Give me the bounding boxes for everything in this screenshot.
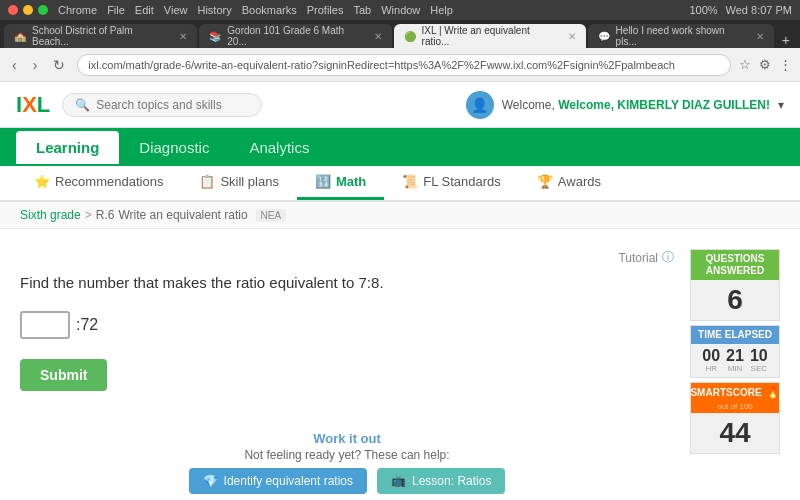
- menu-chrome[interactable]: Chrome: [58, 4, 97, 16]
- nav-tab-diagnostic[interactable]: Diagnostic: [119, 131, 229, 164]
- sub-tab-label-math: Math: [336, 174, 366, 189]
- tutorial-label: Tutorial: [618, 251, 658, 265]
- questions-answered-value: 6: [691, 280, 779, 320]
- tab-school[interactable]: 🏫 School District of Palm Beach... ✕: [4, 24, 197, 48]
- menu-history[interactable]: History: [197, 4, 231, 16]
- time-hr-label: HR: [705, 364, 717, 373]
- address-bar: ‹ › ↻ ixl.com/math/grade-6/write-an-equi…: [0, 48, 800, 82]
- help-btn-lesson-ratios[interactable]: 📺 Lesson: Ratios: [377, 468, 505, 494]
- sub-tab-label-awards: Awards: [558, 174, 601, 189]
- submit-button[interactable]: Submit: [20, 359, 107, 391]
- tutorial-row: Tutorial ⓘ: [20, 249, 674, 266]
- maximize-dot[interactable]: [38, 5, 48, 15]
- awards-icon: 🏆: [537, 174, 553, 189]
- smartscore-sub: out of 100: [691, 402, 779, 413]
- smartscore-block: SmartScore 🔥 out of 100 44: [690, 382, 780, 454]
- time-elapsed-block: Time elapsed 00 HR 21 MIN 10 SEC: [690, 325, 780, 378]
- forward-button[interactable]: ›: [29, 55, 42, 75]
- browser-menu: Chrome File Edit View History Bookmarks …: [58, 4, 453, 16]
- problem-question: Find the number that makes the ratio equ…: [20, 274, 674, 291]
- main-content: Tutorial ⓘ Find the number that makes th…: [0, 229, 800, 500]
- help-btn-equivalent-ratios[interactable]: 💎 Identify equivalent ratios: [189, 468, 367, 494]
- time-seconds: 10 SEC: [750, 348, 768, 373]
- bookmark-icon[interactable]: ☆: [739, 57, 751, 72]
- colon-value: :72: [76, 316, 98, 334]
- sub-tab-awards[interactable]: 🏆 Awards: [519, 166, 619, 200]
- menu-profiles[interactable]: Profiles: [307, 4, 344, 16]
- url-text: ixl.com/math/grade-6/write-an-equivalent…: [88, 59, 675, 71]
- sub-nav: ⭐ Recommendations 📋 Skill plans 🔢 Math 📜…: [0, 166, 800, 202]
- flstandards-icon: 📜: [402, 174, 418, 189]
- menu-tab[interactable]: Tab: [353, 4, 371, 16]
- work-it-out-label: Work it out: [20, 431, 674, 446]
- minimize-dot[interactable]: [23, 5, 33, 15]
- diamond-icon: 💎: [203, 474, 218, 488]
- dropdown-arrow[interactable]: ▾: [778, 98, 784, 112]
- time-elapsed-label: Time elapsed: [691, 326, 779, 344]
- url-box[interactable]: ixl.com/math/grade-6/write-an-equivalent…: [77, 54, 731, 76]
- time-sec-value: 10: [750, 348, 768, 364]
- nea-badge: NEA: [256, 209, 287, 222]
- sub-tab-label-recommendations: Recommendations: [55, 174, 163, 189]
- sub-tab-label-skillplans: Skill plans: [220, 174, 279, 189]
- search-icon: 🔍: [75, 98, 90, 112]
- battery-indicator: 100%: [689, 4, 717, 16]
- help-section: Work it out Not feeling ready yet? These…: [20, 431, 674, 494]
- search-box[interactable]: 🔍: [62, 93, 262, 117]
- help-btn2-label: Lesson: Ratios: [412, 474, 491, 488]
- tutorial-info-icon[interactable]: ⓘ: [662, 249, 674, 266]
- reload-button[interactable]: ↻: [49, 55, 69, 75]
- sub-tab-recommendations[interactable]: ⭐ Recommendations: [16, 166, 181, 200]
- breadcrumb-grade[interactable]: Sixth grade: [20, 208, 81, 222]
- recommendations-icon: ⭐: [34, 174, 50, 189]
- nav-tab-learning[interactable]: Learning: [16, 131, 119, 164]
- breadcrumb-skill-name: Write an equivalent ratio: [118, 208, 247, 222]
- time-hr-value: 00: [702, 348, 720, 364]
- close-dot[interactable]: [8, 5, 18, 15]
- time-hours: 00 HR: [702, 348, 720, 373]
- input-row: :72: [20, 311, 674, 339]
- extension-icon[interactable]: ⚙: [759, 57, 771, 72]
- not-ready-text: Not feeling ready yet? These can help:: [20, 448, 674, 462]
- time-sec-label: SEC: [751, 364, 767, 373]
- ixl-header: IXL 🔍 👤 Welcome, Welcome, KIMBERLY DIAZ …: [0, 82, 800, 128]
- tab-gordon[interactable]: 📚 Gordon 101 Grade 6 Math 20... ✕: [199, 24, 391, 48]
- questions-answered-block: Questions answered 6: [690, 249, 780, 321]
- menu-bookmarks[interactable]: Bookmarks: [242, 4, 297, 16]
- main-nav: Learning Diagnostic Analytics: [0, 128, 800, 166]
- answer-input[interactable]: [20, 311, 70, 339]
- back-button[interactable]: ‹: [8, 55, 21, 75]
- skillplans-icon: 📋: [199, 174, 215, 189]
- search-input[interactable]: [96, 98, 236, 112]
- breadcrumb-sep: >: [85, 208, 92, 222]
- sub-tab-flstandards[interactable]: 📜 FL Standards: [384, 166, 519, 200]
- ixl-logo[interactable]: IXL: [16, 92, 50, 118]
- problem-area: Tutorial ⓘ Find the number that makes th…: [20, 249, 674, 494]
- smartscore-label: SmartScore 🔥: [691, 383, 779, 402]
- menu-window[interactable]: Window: [381, 4, 420, 16]
- sub-tab-skillplans[interactable]: 📋 Skill plans: [181, 166, 297, 200]
- menu-icon[interactable]: ⋮: [779, 57, 792, 72]
- menu-file[interactable]: File: [107, 4, 125, 16]
- time-minutes: 21 MIN: [726, 348, 744, 373]
- nav-tab-analytics[interactable]: Analytics: [229, 131, 329, 164]
- help-buttons: 💎 Identify equivalent ratios 📺 Lesson: R…: [20, 468, 674, 494]
- tab-hello[interactable]: 💬 Hello I need work shown pls... ✕: [588, 24, 774, 48]
- smartscore-value: 44: [691, 413, 779, 453]
- clock: Wed 8:07 PM: [726, 4, 792, 16]
- sub-tab-label-flstandards: FL Standards: [423, 174, 501, 189]
- menu-edit[interactable]: Edit: [135, 4, 154, 16]
- avatar: 👤: [466, 91, 494, 119]
- time-min-value: 21: [726, 348, 744, 364]
- tab-ixl-active[interactable]: 🟢 IXL | Write an equivalent ratio... ✕: [394, 24, 586, 48]
- breadcrumb: Sixth grade > R.6 Write an equivalent ra…: [0, 202, 800, 229]
- menu-view[interactable]: View: [164, 4, 188, 16]
- menu-help[interactable]: Help: [430, 4, 453, 16]
- browser-chrome: Chrome File Edit View History Bookmarks …: [0, 0, 800, 20]
- welcome-text: Welcome, Welcome, KIMBERLY DIAZ GUILLEN!: [502, 98, 770, 112]
- math-icon: 🔢: [315, 174, 331, 189]
- time-min-label: MIN: [728, 364, 743, 373]
- sub-tab-math[interactable]: 🔢 Math: [297, 166, 384, 200]
- new-tab-button[interactable]: +: [776, 32, 796, 48]
- tab-bar: 🏫 School District of Palm Beach... ✕ 📚 G…: [0, 20, 800, 48]
